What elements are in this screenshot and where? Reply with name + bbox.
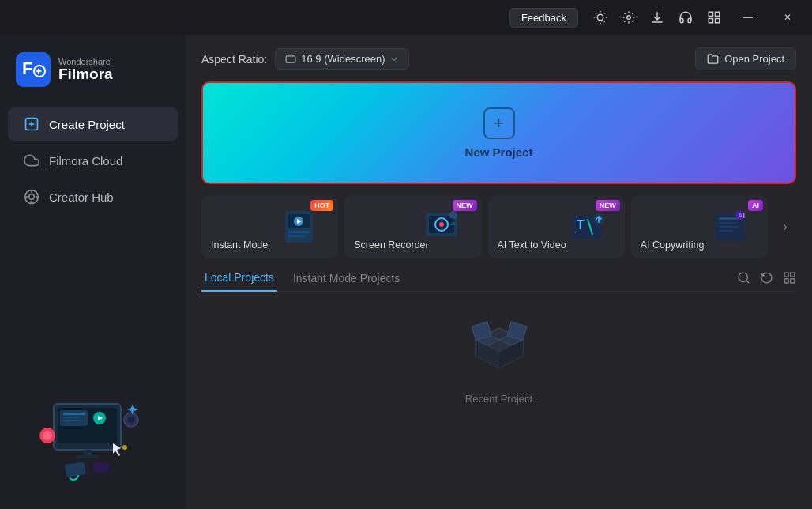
screen-recorder-label: Screen Recorder bbox=[354, 239, 472, 251]
svg-rect-3 bbox=[716, 12, 720, 16]
open-project-label: Open Project bbox=[724, 53, 784, 65]
feedback-button[interactable]: Feedback bbox=[509, 8, 578, 28]
svg-rect-17 bbox=[63, 417, 79, 418]
ai-text-to-video-label: AI Text to Video bbox=[498, 239, 615, 251]
tab-actions bbox=[737, 271, 796, 285]
new-project-plus-icon: + bbox=[483, 107, 515, 139]
top-bar: Aspect Ratio: 16:9 (Widescreen) Open Pro… bbox=[201, 47, 796, 70]
svg-rect-28 bbox=[92, 461, 109, 473]
svg-point-43 bbox=[449, 211, 457, 219]
feature-cards-container: HOT Instant Mode NEW bbox=[201, 195, 796, 258]
ai-text-to-video-badge: NEW bbox=[596, 200, 620, 211]
minimize-button[interactable]: — bbox=[730, 5, 766, 30]
svg-rect-57 bbox=[784, 279, 788, 283]
aspect-ratio-icon bbox=[285, 54, 296, 65]
titlebar: Feedback bbox=[0, 0, 812, 35]
sidebar-item-filmora-cloud[interactable]: Filmora Cloud bbox=[8, 144, 178, 177]
svg-rect-37 bbox=[288, 231, 310, 233]
svg-rect-55 bbox=[784, 273, 788, 277]
sidebar-illustration bbox=[0, 348, 186, 500]
new-project-label: New Project bbox=[465, 145, 533, 159]
filmora-logo-icon: F bbox=[16, 52, 51, 87]
instant-mode-label: Instant Mode bbox=[211, 239, 329, 251]
svg-text:T: T bbox=[577, 218, 585, 232]
svg-rect-16 bbox=[63, 413, 85, 415]
empty-box-icon bbox=[464, 320, 535, 383]
svg-rect-50 bbox=[719, 226, 739, 228]
sidebar-item-create-project-label: Create Project bbox=[49, 118, 125, 131]
instant-mode-badge: HOT bbox=[310, 200, 333, 211]
projects-tabs: Local Projects Instant Mode Projects bbox=[201, 271, 796, 292]
svg-point-54 bbox=[739, 273, 747, 281]
logo-area: F Wondershare Filmora bbox=[0, 44, 186, 106]
svg-rect-2 bbox=[709, 12, 712, 16]
svg-rect-56 bbox=[791, 273, 795, 277]
svg-rect-58 bbox=[791, 279, 795, 283]
filmora-cloud-icon bbox=[24, 153, 39, 168]
svg-rect-4 bbox=[709, 19, 712, 23]
theme-toggle-icon[interactable] bbox=[588, 5, 613, 30]
filmora-label: Filmora bbox=[58, 66, 113, 83]
settings-icon[interactable] bbox=[616, 5, 641, 30]
aspect-ratio-dropdown[interactable]: 16:9 (Widescreen) bbox=[275, 48, 409, 70]
svg-point-31 bbox=[122, 445, 127, 450]
svg-rect-18 bbox=[63, 420, 82, 421]
aspect-ratio-value: 16:9 (Widescreen) bbox=[301, 53, 385, 65]
new-project-banner[interactable]: + New Project bbox=[201, 81, 796, 184]
view-toggle-icon[interactable] bbox=[783, 271, 796, 285]
svg-point-42 bbox=[439, 222, 444, 227]
svg-rect-49 bbox=[719, 222, 736, 224]
main-content: Aspect Ratio: 16:9 (Widescreen) Open Pro… bbox=[186, 35, 812, 509]
feature-card-ai-copywriting[interactable]: AI AI AI Copywriting bbox=[631, 195, 768, 258]
recent-project-label: Recent Project bbox=[465, 393, 532, 405]
ai-copywriting-badge: AI bbox=[748, 200, 763, 211]
creator-hub-icon bbox=[24, 189, 39, 205]
aspect-ratio-selector: Aspect Ratio: 16:9 (Widescreen) bbox=[201, 48, 409, 70]
refresh-icon[interactable] bbox=[760, 271, 773, 285]
search-icon[interactable] bbox=[737, 271, 750, 285]
tab-local-projects[interactable]: Local Projects bbox=[201, 271, 277, 292]
ai-copywriting-label: AI Copywriting bbox=[641, 239, 758, 251]
chevron-down-icon bbox=[389, 55, 399, 64]
cards-next-arrow[interactable]: › bbox=[774, 195, 796, 258]
svg-rect-21 bbox=[83, 450, 92, 456]
sidebar-item-creator-hub[interactable]: Creator Hub bbox=[8, 180, 178, 213]
logo-text: Wondershare Filmora bbox=[58, 57, 113, 83]
sidebar-item-create-project[interactable]: Create Project bbox=[8, 107, 178, 141]
svg-rect-38 bbox=[288, 235, 304, 237]
aspect-ratio-label: Aspect Ratio: bbox=[201, 53, 267, 66]
close-button[interactable]: ✕ bbox=[769, 5, 806, 30]
svg-text:AI: AI bbox=[738, 212, 745, 220]
folder-icon bbox=[707, 53, 719, 65]
svg-point-24 bbox=[43, 431, 52, 440]
download-icon[interactable] bbox=[645, 5, 670, 30]
svg-rect-5 bbox=[716, 19, 720, 23]
empty-projects-area: Recent Project bbox=[201, 304, 796, 413]
sidebar-item-creator-hub-label: Creator Hub bbox=[49, 190, 114, 204]
wondershare-label: Wondershare bbox=[58, 57, 113, 66]
new-project-content: + New Project bbox=[465, 107, 533, 159]
apps-icon[interactable] bbox=[701, 5, 727, 30]
svg-rect-32 bbox=[286, 55, 295, 62]
app-layout: F Wondershare Filmora Create Project Fil… bbox=[0, 35, 812, 509]
sidebar-item-filmora-cloud-label: Filmora Cloud bbox=[49, 154, 122, 168]
feature-card-instant-mode[interactable]: HOT Instant Mode bbox=[201, 195, 338, 258]
svg-point-12 bbox=[29, 194, 35, 200]
svg-text:F: F bbox=[22, 58, 32, 78]
screen-recorder-badge: NEW bbox=[453, 200, 477, 211]
svg-point-0 bbox=[597, 14, 603, 21]
feature-card-ai-text-to-video[interactable]: NEW T AI Text to Video bbox=[488, 195, 625, 258]
svg-rect-22 bbox=[76, 455, 100, 458]
svg-point-1 bbox=[627, 16, 631, 20]
create-project-icon bbox=[24, 116, 39, 132]
svg-rect-51 bbox=[719, 230, 733, 232]
svg-point-26 bbox=[128, 417, 134, 423]
sidebar: F Wondershare Filmora Create Project Fil… bbox=[0, 35, 186, 509]
open-project-button[interactable]: Open Project bbox=[695, 47, 796, 70]
feature-card-screen-recorder[interactable]: NEW Screen Recorder bbox=[344, 195, 481, 258]
support-icon[interactable] bbox=[673, 5, 698, 30]
svg-rect-27 bbox=[65, 462, 86, 477]
sidebar-3d-artwork bbox=[30, 360, 156, 487]
tab-instant-mode-projects[interactable]: Instant Mode Projects bbox=[290, 272, 403, 285]
